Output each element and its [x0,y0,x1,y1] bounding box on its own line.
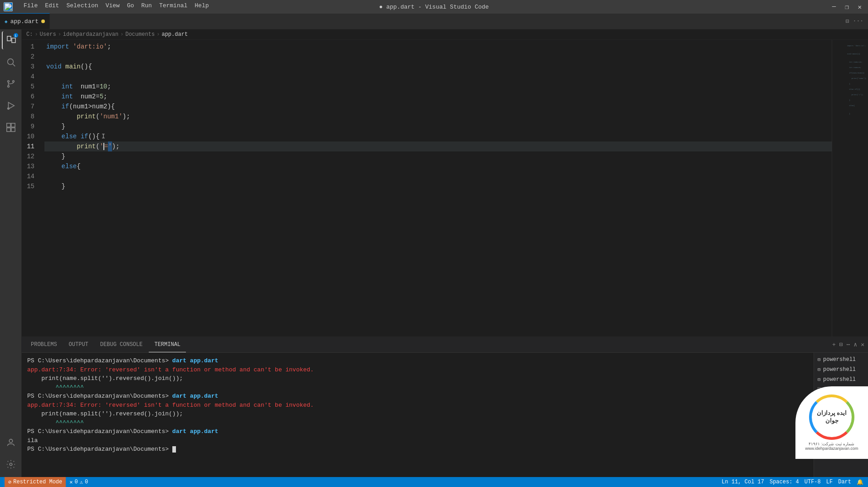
svg-point-9 [7,108,9,110]
restricted-label: Restricted Mode [13,479,62,485]
menu-selection[interactable]: Selection [66,2,98,11]
code-line-14 [44,171,832,181]
menu-edit[interactable]: Edit [45,2,59,11]
svg-point-2 [7,59,13,65]
encoding-info[interactable]: UTF-8 [805,479,821,485]
terminal-line: app.dart:7:34: Error: 'reversed' isn't a… [27,365,808,375]
svg-rect-11 [11,123,15,127]
activity-bar: 1 [0,29,22,477]
terminal-line: ^^^^^^^^ [27,383,808,392]
terminal-line: app.dart:7:34: Error: 'reversed' isn't a… [27,401,808,410]
editor-code-area[interactable]: 1 2 3 4 5 6 7 8 9 10 11 12 13 14 15 [22,40,868,336]
code-line-11[interactable]: print('='); [44,141,832,151]
cursor-position[interactable]: Ln 11, Col 17 [722,479,764,485]
code-line-3: void main(){ [44,62,832,72]
terminal-output[interactable]: PS C:\Users\idehpardazanjavan\Documents>… [22,353,814,477]
watermark-subtitle: شماره ثبت شرکت: ۴۱۹۶۱ www.idehpardazanja… [805,442,858,451]
tab-terminal[interactable]: TERMINAL [149,337,186,352]
tab-problems[interactable]: PROBLEMS [25,337,63,352]
bell-icon[interactable]: 🔔 [857,479,863,486]
svg-rect-0 [7,36,11,41]
terminal-session-2[interactable]: ⊟ powershell [814,365,868,375]
watermark-logo: ایده پردازان جوان [809,394,854,440]
accounts-icon[interactable] [2,433,20,452]
menu-file[interactable]: File [24,2,38,11]
code-line-15: } [44,181,832,191]
code-line-7: if(num1>num2){ [44,102,832,112]
tab-output[interactable]: OUTPUT [63,337,94,352]
close-button[interactable]: ✕ [855,3,864,11]
tab-label: app.dart [10,18,39,25]
error-count[interactable]: ✕ 0 ⚠ 0 [69,479,88,486]
status-bar: ⊘ Restricted Mode ✕ 0 ⚠ 0 Ln 11, Col 17 … [0,477,868,487]
code-line-5: int num1=10; [44,82,832,92]
code-line-12: } [44,151,832,161]
breadcrumb-documents[interactable]: Documents [125,31,155,38]
terminal-session-1[interactable]: ⊟ powershell [814,355,868,365]
terminal-line: print(name.split('').reversed().join()); [27,374,808,383]
more-actions-icon[interactable]: ··· [853,18,863,25]
source-control-icon[interactable] [2,75,20,93]
spaces-info[interactable]: Spaces: 4 [770,479,799,485]
terminal-line: PS C:\Users\idehpardazanjavan\Documents>… [27,392,808,401]
language-mode[interactable]: Dart [838,479,851,485]
terminal-line: PS C:\Users\idehpardazanjavan\Documents>… [27,356,808,365]
run-debug-icon[interactable] [2,97,20,115]
line-ending-info[interactable]: LF [826,479,833,485]
restricted-mode[interactable]: ⊘ Restricted Mode [5,477,66,487]
extensions-icon[interactable] [2,118,20,136]
terminal-cursor [172,446,176,453]
collapse-panel-icon[interactable]: ∧ [853,341,857,348]
code-line-10: else if(){I [44,131,832,141]
close-panel-icon[interactable]: ✕ [861,341,864,348]
new-terminal-icon[interactable]: + [832,341,836,348]
code-line-2 [44,52,832,62]
explorer-icon[interactable]: 1 [2,31,20,49]
app-container: ◈ app.dart ⊟ ··· 1 [0,14,868,487]
menu-go[interactable]: Go [127,2,134,11]
minimize-button[interactable]: ─ [829,3,839,11]
tab-bar: ◈ app.dart ⊟ ··· [0,14,868,29]
more-terminal-icon[interactable]: ⋯ [847,341,850,348]
svg-point-4 [7,81,9,83]
search-icon[interactable] [2,53,20,71]
split-terminal-icon[interactable]: ⊟ [839,341,843,348]
svg-point-6 [7,86,9,88]
split-editor-icon[interactable]: ⊟ [846,18,849,25]
breadcrumb-user[interactable]: idehpardazanjavan [63,31,118,38]
svg-rect-10 [6,123,10,127]
terminal-session-3[interactable]: ⊟ powershell [814,375,868,385]
menu-terminal[interactable]: Terminal [159,2,187,11]
terminal-line: ^^^^^^^^ [27,419,808,428]
menu-help[interactable]: Help [195,2,209,11]
warning-number: 0 [85,479,88,485]
menu-view[interactable]: View [106,2,120,11]
line-numbers: 1 2 3 4 5 6 7 8 9 10 11 12 13 14 15 [22,40,44,336]
breadcrumb-drive[interactable]: C: [26,31,33,38]
svg-point-14 [9,439,12,443]
terminal-line: ila [27,436,808,445]
editor-actions: ⊟ ··· [846,18,863,25]
code-line-1: import 'dart:io'; [44,42,832,52]
main-content: 1 [0,29,868,477]
svg-point-15 [10,463,12,466]
code-area[interactable]: import 'dart:io'; void main(){ int num1=… [44,40,832,336]
title-bar: File Edit Selection View Go Run Terminal… [0,0,868,14]
watermark-overlay: ایده پردازان جوان شماره ثبت شرکت: ۴۱۹۶۱ … [795,386,868,459]
terminal-line: PS C:\Users\idehpardazanjavan\Documents>… [27,427,808,436]
tab-app-dart[interactable]: ◈ app.dart [0,13,50,29]
breadcrumb-file[interactable]: app.dart [161,31,188,38]
panel: PROBLEMS OUTPUT DEBUG CONSOLE TERMINAL +… [22,336,868,477]
code-line-8: print('num1'); [44,112,832,122]
breadcrumb-users[interactable]: Users [40,31,56,38]
app-logo [4,2,13,11]
menu-run[interactable]: Run [141,2,151,11]
maximize-button[interactable]: ❐ [842,3,851,11]
warning-icon: ⚠ [80,479,83,486]
svg-line-3 [13,64,15,66]
tab-debug-console[interactable]: DEBUG CONSOLE [95,337,148,352]
window-controls[interactable]: ─ ❐ ✕ [829,3,864,11]
window-title: ● app.dart - Visual Studio Code [379,4,489,10]
code-line-4 [44,72,832,82]
settings-icon[interactable] [2,455,20,473]
